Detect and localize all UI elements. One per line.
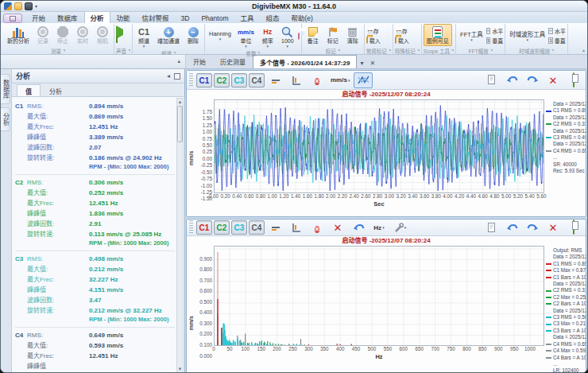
undo-button[interactable] <box>502 220 521 235</box>
channel-toggle-C4[interactable]: C4 <box>249 220 265 235</box>
copy-button[interactable] <box>482 72 501 88</box>
group-dialog-launcher-icon[interactable] <box>173 52 176 54</box>
group-dialog-launcher-icon[interactable] <box>128 49 130 52</box>
export-chart-button[interactable] <box>564 72 583 88</box>
水平-button[interactable]: −水平 <box>486 27 504 35</box>
ribbon-tab-9[interactable]: 帮助(e) <box>286 11 319 23</box>
ribbon-tab-2[interactable]: 分析 <box>84 10 110 23</box>
channel-toggle-C3[interactable]: C3 <box>231 73 247 87</box>
scroll-down-icon[interactable]: ▼ <box>178 366 183 372</box>
sidebar-collapse-icon[interactable]: ◂ <box>167 72 170 80</box>
file-menu-button[interactable] <box>3 14 22 23</box>
scrollbar-thumb[interactable] <box>177 106 183 142</box>
sidebar-dock-icon[interactable] <box>174 73 180 80</box>
ribbon-tab-6[interactable]: Phantom <box>195 13 234 23</box>
delete-button[interactable]: ✕ <box>544 220 563 235</box>
tab-close-icon[interactable]: ✕ <box>366 58 378 68</box>
清除-button[interactable]: 清除 <box>343 24 362 46</box>
channel-toggle-C4[interactable]: C4 <box>249 73 265 87</box>
频道-button[interactable]: C1频道▾ <box>134 24 153 49</box>
fit-vertical-button[interactable] <box>287 220 306 235</box>
group-dialog-launcher-icon[interactable] <box>551 49 554 52</box>
open-file-icon[interactable] <box>14 2 22 10</box>
垂直-button[interactable]: 1垂直 <box>486 37 504 45</box>
停止-button[interactable]: 停止 <box>53 24 72 46</box>
group-dialog-launcher-icon[interactable] <box>63 49 65 52</box>
图例可见-button[interactable]: 图例可见 <box>424 24 452 46</box>
toolbar-grip[interactable] <box>189 73 193 87</box>
频率-button[interactable]: Hz频率▾ <box>258 24 277 49</box>
备注-button[interactable]: 备注 <box>304 24 323 46</box>
redo-button[interactable] <box>523 220 542 235</box>
panel-collapse-icon[interactable]: ▴ <box>177 58 180 64</box>
channel-toggle-C1[interactable]: C1 <box>196 73 212 87</box>
quick-access-caret-icon[interactable]: ▾ <box>35 3 37 9</box>
fit-horizontal-button[interactable] <box>266 72 285 88</box>
export-chart-button[interactable] <box>564 220 583 235</box>
载入-button[interactable]: 载入 <box>366 37 381 45</box>
单位-button[interactable]: mm/s单位▾ <box>234 24 257 49</box>
ribbon-tab-5[interactable]: 3D <box>176 13 195 23</box>
toolbar-grip[interactable] <box>189 220 193 235</box>
fft-plot[interactable] <box>214 246 544 346</box>
group-dialog-launcher-icon[interactable] <box>490 49 493 52</box>
clear-signal-button[interactable]: ✕ <box>308 220 327 235</box>
scroll-up-icon[interactable]: ▲ <box>178 99 183 105</box>
ribbon-tab-8[interactable]: 组态 <box>261 11 285 23</box>
sidebar-tab-1[interactable]: 分析 <box>41 85 70 96</box>
undo-zoom-button[interactable] <box>349 220 368 235</box>
ribbon-tab-7[interactable]: 工具 <box>234 11 259 23</box>
eraser-button[interactable] <box>298 33 300 39</box>
side-strip-tab-0[interactable]: 数据库 <box>1 74 10 104</box>
group-dialog-launcher-icon[interactable] <box>451 49 454 52</box>
1000-button[interactable]: 1000▾ <box>278 24 297 49</box>
载入-button[interactable]: 载入 <box>395 37 409 45</box>
unit-dropdown[interactable]: Hz▾ <box>369 220 389 235</box>
ribbon-tab-1[interactable]: 数据库 <box>52 11 83 23</box>
sidebar-scrollbar[interactable]: ▲ ▼ <box>176 98 184 373</box>
play-button[interactable] <box>116 29 123 35</box>
Hanning-button[interactable]: Hanning▾ <box>207 24 234 47</box>
FFT工具-button[interactable]: FFT工具▾ <box>458 24 485 47</box>
document-tab-2[interactable]: 多个信号 - 2026/01/24 14:37:29 <box>253 55 357 68</box>
stopsq-button[interactable] <box>116 37 123 42</box>
ribbon-tab-0[interactable]: 开始 <box>26 11 51 23</box>
删除-button[interactable]: −删除 <box>184 24 203 46</box>
标记-button[interactable]: 标记 <box>323 24 342 46</box>
sidebar-tab-0[interactable]: 值 <box>17 84 41 96</box>
compare-signals-button[interactable] <box>354 72 373 88</box>
垂直-button[interactable]: 1垂直 <box>548 37 566 45</box>
delete-marks-button[interactable]: ✕ <box>328 220 347 235</box>
时域波形工具-button[interactable]: 时域波形工具▾ <box>507 24 547 47</box>
group-dialog-launcher-icon[interactable] <box>389 49 391 52</box>
channel-toggle-C3[interactable]: C3 <box>231 220 247 235</box>
实时-button[interactable]: 实时 <box>73 24 92 46</box>
undo-button[interactable] <box>502 72 521 88</box>
delete-button[interactable]: ✕ <box>544 72 563 88</box>
channel-toggle-C1[interactable]: C1 <box>196 220 212 235</box>
unit-dropdown[interactable]: mm/s▾ <box>328 72 352 88</box>
channel-toggle-C2[interactable]: C2 <box>214 220 230 235</box>
fft-tools-button[interactable]: ▾ <box>390 220 409 235</box>
fit-vertical-button[interactable] <box>287 72 306 88</box>
保存-button[interactable]: 保存 <box>395 27 409 35</box>
clear-signal-button[interactable]: ✕ <box>308 72 327 88</box>
tab-list-icon[interactable]: ▾ <box>357 58 366 68</box>
ribbon-collapse-icon[interactable]: ▴ <box>582 47 585 52</box>
time-plot[interactable] <box>214 99 544 193</box>
redo-button[interactable] <box>523 72 542 88</box>
copy-button[interactable] <box>482 220 501 235</box>
增加通道-button[interactable]: +增加通道 <box>154 24 183 46</box>
group-dialog-launcher-icon[interactable] <box>257 52 260 54</box>
group-dialog-launcher-icon[interactable] <box>417 49 420 52</box>
screenshot-icon[interactable] <box>25 2 33 10</box>
ribbon-tab-3[interactable]: 功能 <box>111 11 136 23</box>
side-strip-tab-1[interactable]: 分析 <box>1 107 10 131</box>
记录-button[interactable]: 记录 <box>33 24 52 46</box>
保存-button[interactable]: 保存 <box>366 27 381 35</box>
ribbon-tab-4[interactable]: 信封警报 <box>137 11 175 23</box>
group-dialog-launcher-icon[interactable] <box>338 49 340 52</box>
水平-button[interactable]: −水平 <box>548 27 566 35</box>
新的分析-button[interactable]: 新的分析 <box>4 24 33 46</box>
channel-toggle-C2[interactable]: C2 <box>214 73 230 87</box>
